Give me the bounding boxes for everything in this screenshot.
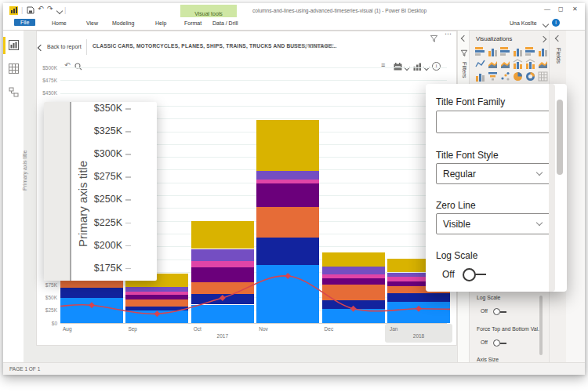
zero-line-select[interactable]: Visible: [436, 213, 550, 234]
ribbon-chart-icon[interactable]: [538, 59, 548, 69]
bar-segment-trains[interactable]: [191, 261, 254, 268]
filter-funnel-icon[interactable]: [430, 34, 438, 43]
force-toggle-line: [500, 343, 506, 344]
ribbon-tab-help[interactable]: Help: [155, 20, 166, 26]
chart-type-icon[interactable]: [413, 63, 422, 71]
title-font-style-label: Title Font Style: [436, 150, 499, 161]
bar-segment-planes[interactable]: [125, 299, 188, 307]
line-and-clustered-column-chart-icon[interactable]: [525, 59, 535, 69]
log-scale-off-label: Off: [481, 308, 488, 314]
bar-segment-motorcycles[interactable]: [60, 288, 123, 298]
close-button[interactable]: ✕: [572, 5, 578, 13]
scatter-chart-icon[interactable]: [500, 71, 510, 82]
fields-expand-icon[interactable]: [555, 35, 561, 42]
user-menu-chevron-icon[interactable]: [543, 21, 549, 27]
bar-segment-classic-cars[interactable]: [322, 309, 385, 323]
ribbon-tab-view[interactable]: View: [86, 20, 98, 26]
stacked-bar-chart-icon[interactable]: [475, 46, 485, 56]
bar-segment-ships[interactable]: [191, 267, 254, 282]
matrix-icon[interactable]: [538, 71, 548, 82]
stacked-area-chart-icon[interactable]: [500, 59, 510, 69]
bar-segment-motorcycles[interactable]: [322, 300, 385, 308]
line-and-stacked-column-chart-icon[interactable]: [513, 59, 523, 69]
visualizations-pane-title: Visualizations: [476, 35, 512, 42]
info-icon[interactable]: i: [432, 62, 441, 71]
ribbon-tab-modeling[interactable]: Modeling: [112, 20, 134, 26]
bar-segment-classic-cars[interactable]: [387, 302, 450, 323]
bar-segment-trucks-and-buses[interactable]: [256, 171, 319, 180]
report-view-icon[interactable]: [9, 40, 19, 50]
contextual-tab-group-label: Visual tools: [194, 11, 223, 16]
donut-chart-icon[interactable]: [525, 71, 535, 82]
undo-icon[interactable]: ↶: [38, 5, 44, 13]
bar-segment-vintage-cars[interactable]: [191, 221, 254, 249]
popup-scrollbar-thumb[interactable]: [557, 100, 563, 175]
list-icon[interactable]: ≡: [381, 61, 385, 69]
bar-segment-motorcycles[interactable]: [125, 307, 188, 310]
100-stacked-bar-chart-icon[interactable]: [525, 46, 535, 56]
funnel-chart-icon[interactable]: [488, 71, 498, 82]
maximize-button[interactable]: ◻: [558, 5, 564, 13]
help-info-icon[interactable]: i: [552, 19, 560, 27]
calendar-icon[interactable]: [394, 63, 402, 71]
stacked-column-chart-icon[interactable]: [488, 46, 498, 56]
model-view-icon[interactable]: [9, 87, 19, 97]
line-chart-icon[interactable]: [475, 59, 485, 69]
bar-segment-motorcycles[interactable]: [256, 238, 319, 265]
force-top-bottom-toggle[interactable]: [493, 339, 500, 347]
magnifier-tick-label: $300K: [75, 148, 122, 159]
log-scale-toggle[interactable]: [493, 308, 500, 315]
bar-segment-classic-cars[interactable]: [60, 298, 123, 323]
bar-segment-ships[interactable]: [125, 295, 188, 299]
bar-segment-trucks-and-buses[interactable]: [125, 287, 188, 292]
bar-segment-ships[interactable]: [322, 278, 385, 285]
bar-segment-classic-cars[interactable]: [256, 265, 319, 323]
popup-log-scale-toggle[interactable]: [463, 268, 476, 281]
redo-icon[interactable]: ↷: [47, 5, 53, 13]
chart-undo-icon[interactable]: ↶: [64, 61, 71, 69]
pie-chart-icon[interactable]: [513, 71, 523, 82]
bar-segment-planes[interactable]: [322, 285, 385, 300]
bar-segment-motorcycles[interactable]: [387, 293, 450, 301]
ribbon-tab-home[interactable]: Home: [52, 20, 67, 26]
magnifier-tick-mark: [125, 245, 131, 247]
clustered-bar-chart-icon[interactable]: [500, 46, 510, 56]
quick-access-menu-icon[interactable]: [56, 8, 63, 14]
ribbon-tab-file[interactable]: File: [14, 19, 35, 26]
bar-segment-motorcycles[interactable]: [191, 294, 254, 305]
visualizations-collapse-icon[interactable]: [540, 36, 546, 42]
title-font-style-select[interactable]: Regular: [436, 163, 550, 184]
save-icon[interactable]: [27, 6, 34, 14]
chart-zoom-icon[interactable]: [74, 63, 82, 71]
title-font-family-input[interactable]: [436, 111, 554, 133]
visual-more-options-icon[interactable]: ⋯: [445, 30, 452, 38]
signed-in-user[interactable]: Una Kosīte: [510, 20, 537, 26]
bar-segment-trucks-and-buses[interactable]: [322, 267, 385, 274]
titlebar: | ↶ ↷ | Visual tools columns-and-lines-u…: [3, 3, 585, 17]
data-view-icon[interactable]: [9, 64, 19, 74]
bar-segment-planes[interactable]: [191, 282, 254, 294]
bar-segment-planes[interactable]: [256, 207, 319, 238]
bar-segment-trains[interactable]: [125, 292, 188, 295]
ribbon-tab-format[interactable]: Format: [184, 20, 201, 26]
bar-segment-classic-cars[interactable]: [125, 310, 188, 323]
bar-segment-vintage-cars[interactable]: [256, 120, 319, 171]
magnifier-tick-label: $350K: [75, 103, 122, 114]
bar-segment-vintage-cars[interactable]: [322, 252, 385, 267]
back-to-report-link[interactable]: Back to report: [47, 44, 82, 49]
filters-expand-icon[interactable]: [461, 35, 467, 42]
title-font-style-value: Regular: [443, 169, 476, 180]
area-chart-icon[interactable]: [488, 59, 498, 69]
bar-segment-ships[interactable]: [256, 183, 319, 207]
bar-segment-classic-cars[interactable]: [191, 305, 254, 324]
clustered-column-chart-icon[interactable]: [513, 46, 523, 56]
pane-scrollbar[interactable]: [539, 296, 543, 355]
magnifier-tick-mark: [125, 268, 131, 270]
100-stacked-column-chart-icon[interactable]: [538, 46, 548, 56]
bar-segment-trains[interactable]: [256, 180, 319, 183]
bar-segment-trains[interactable]: [322, 274, 385, 278]
bar-segment-trucks-and-buses[interactable]: [191, 249, 254, 261]
ribbon-tab-data-drill[interactable]: Data / Drill: [212, 20, 238, 26]
minimize-button[interactable]: —: [544, 5, 550, 13]
waterfall-chart-icon[interactable]: [475, 71, 485, 82]
